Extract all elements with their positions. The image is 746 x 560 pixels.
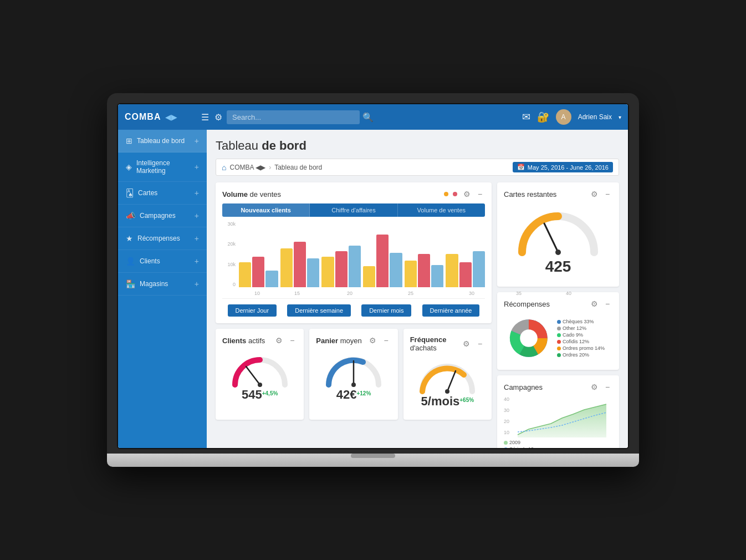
bar-blue [265, 271, 278, 287]
card-minimize-icon[interactable]: − [602, 299, 612, 309]
btn-derniere-annee[interactable]: Dernière année [422, 304, 480, 317]
sidebar-item-recompenses[interactable]: ★ Récompenses + [118, 227, 207, 250]
cartes-restantes-card: Cartes restantes ⚙ − [497, 182, 619, 287]
breadcrumb: ⌂ COMBA ◀▶ › Tableau de bord 📅 May 25, 2… [216, 159, 619, 176]
bar-group-5 [405, 254, 444, 287]
breadcrumb-home-icon: ⌂ [222, 163, 226, 172]
legend-label: Ordres promo 14% [563, 345, 605, 351]
sidebar-item-label: Tableau de bord [137, 137, 190, 145]
calendar-icon: 📅 [517, 164, 525, 171]
svg-point-1 [258, 383, 262, 387]
bar-red [294, 242, 306, 287]
legend-dot [557, 347, 561, 350]
sidebar-item-campagnes[interactable]: 📣 Campagnes + [118, 205, 207, 227]
cartes-gauge-svg [514, 208, 602, 258]
card-settings-icon[interactable]: ⚙ [462, 189, 472, 199]
bar-yellow [363, 266, 375, 287]
bar-blue [307, 258, 319, 287]
bottom-row: Clients actifs ⚙ − [216, 329, 492, 420]
cartes-header: Cartes restantes ⚙ − [504, 189, 612, 199]
settings-icon[interactable]: ⚙ [214, 112, 222, 123]
btn-dernier-mois[interactable]: Dernier mois [361, 304, 411, 317]
gauge-svg [323, 354, 384, 388]
clients-actifs-header: Clients actifs ⚙ − [222, 335, 297, 345]
card-minimize-icon[interactable]: − [602, 189, 612, 199]
legend-dot [504, 441, 508, 445]
legend-dot [557, 340, 561, 344]
left-column: Volume de ventes ⚙ − [216, 182, 492, 448]
btn-derniere-semaine[interactable]: Dernière semaine [287, 304, 351, 317]
card-minimize-icon[interactable]: − [287, 335, 297, 345]
sidebar-item-clients[interactable]: 👤 Clients + [118, 250, 207, 273]
sidebar-item-intelligence-marketing[interactable]: ◈ Intelligence Marketing + [118, 152, 207, 182]
legend-dot [557, 320, 561, 324]
legend-label: Other 12% [563, 325, 586, 331]
sidebar-item-label: Clients [140, 257, 190, 265]
pie-area: Chèques 33% Other 12% Cado [504, 313, 612, 363]
right-column: Cartes restantes ⚙ − [497, 182, 619, 448]
card-settings-icon[interactable]: ⚙ [462, 339, 472, 349]
card-settings-icon[interactable]: ⚙ [589, 299, 599, 309]
sidebar-item-tableau-de-bord[interactable]: ⊞ Tableau de bord + [118, 130, 207, 152]
sidebar-item-plus: + [195, 189, 199, 197]
bar-red [459, 262, 472, 287]
legend-serie-a: Série A: 19 [504, 446, 612, 448]
card-settings-icon[interactable]: ⚙ [589, 189, 599, 199]
svg-point-3 [351, 383, 356, 387]
card-minimize-icon[interactable]: − [475, 189, 485, 199]
card-controls: ⚙ − [444, 189, 485, 199]
panier-change: +12% [356, 390, 371, 396]
clients-actifs-card: Clients actifs ⚙ − [216, 329, 304, 420]
search-input[interactable] [227, 110, 360, 124]
card-minimize-icon[interactable]: − [381, 335, 391, 345]
card-settings-icon[interactable]: ⚙ [368, 335, 378, 345]
panier-moyen-header: Panier moyen ⚙ − [316, 335, 391, 345]
panier-gauge: 42€+12% [316, 350, 391, 406]
topnav: COMBA ◀▶ ☰ ⚙ 🔍 ✉ 🔐 A Adrien Saix ▾ [118, 104, 628, 130]
x-label: 20 [347, 291, 352, 296]
bar-blue [431, 265, 443, 287]
app-body: ⊞ Tableau de bord + ◈ Intelligence Marke… [118, 130, 628, 448]
bar-yellow [446, 254, 458, 287]
avatar: A [556, 109, 571, 125]
bar-red [252, 257, 264, 287]
legend-ordres: Ordres 20% [557, 352, 605, 358]
btn-dernier-jour[interactable]: Dernier Jour [228, 304, 277, 317]
legend-dot-yellow [444, 192, 448, 196]
cartes-gauge: 425 [504, 203, 612, 280]
card-settings-icon[interactable]: ⚙ [589, 382, 599, 392]
sidebar-item-label: Campagnes [140, 212, 190, 220]
breadcrumb-sep: › [269, 164, 271, 171]
card-minimize-icon[interactable]: − [475, 339, 485, 349]
campagnes-svg [512, 399, 612, 437]
date-range: May 25, 2016 - June 26, 2016 [528, 164, 609, 171]
lock-icon[interactable]: 🔐 [537, 111, 549, 123]
panier-number: 42€ [336, 388, 357, 401]
user-name[interactable]: Adrien Saix [578, 113, 612, 121]
tab-nouveaux-clients[interactable]: Nouveaux clients [222, 203, 310, 217]
clients-value: 545+4,5% [242, 388, 278, 402]
legend-cado: Cado 9% [557, 332, 605, 338]
mail-icon[interactable]: ✉ [522, 111, 530, 123]
tab-chiffre-affaires[interactable]: Chiffre d'affaires [310, 203, 397, 217]
legend-dot [557, 353, 561, 357]
recompenses-icon: ★ [126, 234, 133, 243]
recompenses-card: Récompenses ⚙ − [497, 292, 619, 370]
bar-group-1 [239, 257, 278, 287]
svg-point-7 [555, 250, 561, 255]
legend-label: 2009 [509, 440, 520, 445]
cartes-value: 425 [545, 258, 571, 276]
tab-volume-ventes[interactable]: Volume de ventes [398, 203, 485, 217]
pie-legend: Chèques 33% Other 12% Cado [557, 319, 605, 358]
campagnes-header: Campagnes ⚙ − [504, 382, 612, 392]
sidebar-item-cartes[interactable]: 🂡 Cartes + [118, 182, 207, 205]
bar-group-2 [280, 242, 320, 287]
card-minimize-icon[interactable]: − [602, 382, 612, 392]
legend-other: Other 12% [557, 325, 605, 331]
menu-icon[interactable]: ☰ [201, 112, 209, 123]
chart-tabs: Nouveaux clients Chiffre d'affaires Volu… [222, 203, 485, 217]
sidebar-item-magasins[interactable]: 🏪 Magasins + [118, 273, 207, 296]
legend-label: Série A: 19 [509, 446, 534, 448]
card-settings-icon[interactable]: ⚙ [274, 335, 284, 345]
user-chevron-icon: ▾ [619, 114, 621, 120]
